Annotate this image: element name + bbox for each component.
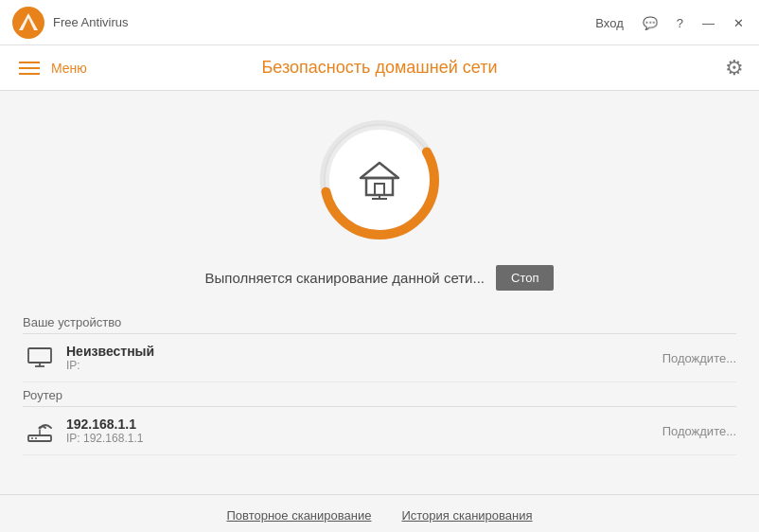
stop-button[interactable]: Стоп (496, 265, 554, 291)
scan-progress-circle (313, 114, 446, 246)
help-button[interactable]: ? (669, 12, 691, 34)
minimize-button[interactable]: — (695, 12, 722, 34)
close-button[interactable]: ✕ (726, 12, 751, 34)
router-ip: IP: 192.168.1.1 (66, 432, 662, 445)
menu-button[interactable] (15, 58, 44, 79)
section-label-device: Ваше устройство (23, 310, 736, 333)
table-row: Неизвестный IP: Подождите... (23, 334, 736, 382)
hamburger-line (19, 67, 40, 69)
avast-logo-icon (11, 6, 45, 40)
svg-rect-6 (375, 184, 384, 195)
device-info: 192.168.1.1 IP: 192.168.1.1 (66, 417, 662, 445)
hamburger-line (19, 62, 40, 63)
scan-status-text: Выполняется сканирование данной сети... (205, 270, 485, 286)
title-bar: Free Antivirus Вход 💬 ? — ✕ (0, 0, 759, 45)
svg-point-15 (35, 437, 37, 439)
device-ip: IP: (66, 359, 662, 372)
login-button[interactable]: Вход (588, 12, 630, 34)
device-info: Неизвестный IP: (66, 344, 662, 372)
device-name: Неизвестный (66, 344, 662, 359)
window-controls: Вход 💬 ? — ✕ (588, 0, 751, 45)
device-status: Подождите... (662, 351, 736, 365)
device-list: Ваше устройство Неизвестный IP: Подождит… (0, 310, 759, 455)
main-content: Выполняется сканирование данной сети... … (0, 91, 759, 532)
menu-label[interactable]: Меню (51, 61, 87, 76)
rescan-link[interactable]: Повторное сканирование (226, 508, 371, 523)
footer: Повторное сканирование История сканирова… (0, 494, 759, 532)
scan-status-row: Выполняется сканирование данной сети... … (205, 265, 555, 291)
app-name: Free Antivirus (53, 15, 128, 29)
router-icon (23, 418, 57, 443)
home-network-icon (357, 159, 402, 201)
section-label-router: Роутер (23, 382, 736, 406)
monitor-icon (23, 346, 57, 369)
history-link[interactable]: История сканирования (401, 508, 532, 523)
settings-icon[interactable]: ⚙ (725, 56, 744, 80)
house-icon (357, 159, 402, 201)
nav-bar: Меню Безопасность домашней сети ⚙ (0, 45, 759, 91)
hamburger-line (19, 73, 40, 75)
app-logo: Free Antivirus (11, 6, 128, 40)
svg-rect-5 (366, 178, 393, 195)
table-row: 192.168.1.1 IP: 192.168.1.1 Подождите... (23, 407, 736, 455)
chat-button[interactable]: 💬 (635, 12, 665, 34)
router-status: Подождите... (662, 424, 736, 438)
svg-point-12 (39, 427, 42, 430)
svg-marker-4 (361, 163, 398, 178)
page-title: Безопасность домашней сети (262, 58, 498, 78)
svg-rect-9 (28, 348, 51, 363)
svg-point-14 (31, 437, 33, 439)
router-name: 192.168.1.1 (66, 417, 662, 432)
